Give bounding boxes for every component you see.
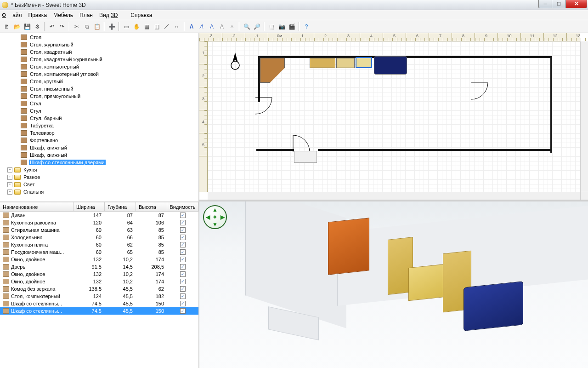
col-height[interactable]: Высота — [136, 202, 167, 211]
table-row[interactable]: Кухонная плита606285✓ — [0, 241, 198, 248]
redo-icon[interactable]: ↷ — [57, 22, 67, 31]
tree-item[interactable]: Шкаф, книжный — [1, 144, 198, 151]
text-size-down-icon[interactable]: A — [227, 22, 237, 31]
tree-item[interactable]: Стол, письменный — [1, 85, 198, 92]
menu-file[interactable]: Файл — [2, 12, 22, 18]
furniture-cabinet[interactable] — [310, 58, 335, 68]
tree-item[interactable]: Телевизор — [1, 129, 198, 137]
save-icon[interactable]: 💾 — [23, 22, 32, 31]
zoom-in-icon[interactable]: 🔍 — [242, 22, 251, 31]
zoom-out-icon[interactable]: 🔎 — [252, 22, 261, 31]
checkbox-icon[interactable]: ✓ — [180, 242, 186, 247]
view-3d-icon[interactable]: ⬚ — [267, 22, 276, 31]
checkbox-icon[interactable]: ✓ — [180, 235, 186, 240]
table-row[interactable]: Шкаф со стеклянны...74,545,5150✓ — [0, 300, 198, 307]
plan-view[interactable]: -3-2-10м12345678910111213 12345 — [199, 33, 588, 201]
checkbox-icon[interactable]: ✓ — [180, 279, 186, 284]
wall-icon[interactable]: ▦ — [142, 22, 151, 31]
paste-icon[interactable]: 📋 — [92, 22, 102, 31]
checkbox-icon[interactable]: ✓ — [180, 271, 186, 277]
tree-item[interactable]: Шкаф, книжный — [1, 151, 198, 159]
tree-item[interactable]: Табуретка — [1, 122, 198, 129]
table-row[interactable]: Диван1478787✓ — [0, 212, 198, 219]
checkbox-icon[interactable]: ✓ — [180, 257, 186, 262]
text-size-up-icon[interactable]: A — [217, 22, 226, 31]
tree-item[interactable]: Стол, квадратный — [1, 48, 198, 56]
col-name[interactable]: Наименование — [0, 202, 74, 211]
table-row[interactable]: Окно, двойное13210,2174✓ — [0, 256, 198, 263]
checkbox-icon[interactable]: ✓ — [180, 293, 186, 299]
tree-item[interactable]: Стол, круглый — [1, 78, 198, 85]
wall-segment[interactable] — [258, 56, 260, 102]
dimension-icon[interactable]: ↔ — [172, 22, 181, 31]
tree-item[interactable]: Стул — [1, 100, 198, 107]
cut-icon[interactable]: ✂ — [72, 22, 81, 31]
text-color-icon[interactable]: A — [207, 22, 216, 31]
table-row[interactable]: Дверь91,514,5208,5✓ — [0, 263, 198, 270]
tree-item[interactable]: Стол, прямоугольный — [1, 92, 198, 100]
close-button[interactable]: ✕ — [566, 0, 587, 8]
tree-item[interactable]: Шкаф со стеклянными дверями — [1, 159, 198, 166]
tree-item[interactable]: Стол, квадратный журнальный — [1, 56, 198, 63]
tree-item[interactable]: Стул — [1, 107, 198, 115]
tree-item[interactable]: Стол, журнальный — [1, 41, 198, 48]
col-width[interactable]: Ширина — [74, 202, 105, 211]
help-icon[interactable]: ? — [302, 22, 311, 31]
door-icon[interactable] — [468, 81, 489, 110]
copy-icon[interactable]: ⧉ — [82, 22, 91, 31]
video-icon[interactable]: 🎬 — [287, 22, 296, 31]
wall-segment[interactable] — [256, 149, 294, 151]
table-row[interactable]: Стол, компьютерный12445,5182✓ — [0, 293, 198, 300]
nav-center-icon[interactable]: ✥ — [213, 215, 217, 219]
furniture-dresser[interactable] — [336, 58, 355, 68]
nav-down-icon[interactable]: ▼ — [212, 221, 218, 228]
tree-folder[interactable]: +Разное — [1, 173, 198, 181]
open-icon[interactable]: 📂 — [12, 22, 22, 31]
table-row[interactable]: Комод без зеркала138,545,562✓ — [0, 285, 198, 293]
nav-control[interactable]: ▲ ◀ ✥ ▶ ▼ — [203, 205, 227, 229]
tree-item[interactable]: Фортепьяно — [1, 137, 198, 144]
furniture-shelf-selected[interactable] — [356, 57, 372, 68]
furniture-table[interactable]: Наименование Ширина Глубина Высота Видим… — [0, 202, 198, 368]
tree-item[interactable]: Стул, барный — [1, 115, 198, 122]
table-row[interactable]: Холодильник606685✓ — [0, 234, 198, 241]
checkbox-icon[interactable]: ✓ — [180, 213, 186, 218]
room-icon[interactable]: ◫ — [152, 22, 161, 31]
tree-folder[interactable]: +Спальня — [1, 188, 198, 196]
maximize-button[interactable]: ☐ — [552, 0, 566, 8]
checkbox-icon[interactable]: ✓ — [180, 286, 186, 292]
checkbox-icon[interactable]: ✓ — [180, 227, 186, 233]
col-depth[interactable]: Глубина — [105, 202, 136, 211]
undo-icon[interactable]: ↶ — [47, 22, 57, 31]
table-row[interactable]: Окно, двойное13210,2174✓ — [0, 278, 198, 285]
tree-item[interactable]: Стол, компьютерный угловой — [1, 70, 198, 78]
col-visible[interactable]: Видимость — [167, 202, 198, 211]
menu-edit[interactable]: Правка — [28, 12, 47, 18]
plan-canvas[interactable] — [208, 41, 580, 192]
table-row[interactable]: Шкаф со стеклянны...74,545,5150✓ — [0, 307, 198, 315]
table-row[interactable]: Посудомоечная маш...606585✓ — [0, 248, 198, 256]
nav-left-icon[interactable]: ◀ — [206, 214, 210, 220]
menu-furniture[interactable]: Мебель — [53, 12, 73, 18]
scrollbar-horizontal[interactable] — [208, 192, 580, 200]
table-row[interactable]: Стиральная машина606385✓ — [0, 226, 198, 234]
menu-plan[interactable]: План — [79, 12, 93, 18]
pan-icon[interactable]: ✋ — [132, 22, 141, 31]
table-row[interactable]: Кухонная раковина12064106✓ — [0, 219, 198, 226]
furniture-sink[interactable] — [294, 151, 317, 163]
photo-icon[interactable]: 📷 — [277, 22, 286, 31]
menu-help[interactable]: Справка — [130, 12, 152, 18]
catalog-tree[interactable]: СтолСтол, журнальныйСтол, квадратныйСтол… — [0, 33, 198, 202]
table-row[interactable]: Окно, двойное13210,2174✓ — [0, 270, 198, 278]
select-icon[interactable]: ▭ — [122, 22, 131, 31]
furniture-sofa[interactable] — [374, 56, 407, 75]
add-furniture-icon[interactable]: ➕ — [107, 22, 116, 31]
scrollbar-vertical[interactable] — [580, 41, 588, 192]
wall-segment[interactable] — [318, 149, 552, 151]
polyline-icon[interactable]: ／ — [162, 22, 171, 31]
minimize-button[interactable]: ─ — [538, 0, 552, 8]
text-italic-icon[interactable]: A — [197, 22, 206, 31]
menu-view3d[interactable]: Вид 3D — [99, 12, 124, 18]
nav-up-icon[interactable]: ▲ — [212, 207, 218, 213]
checkbox-icon[interactable]: ✓ — [180, 220, 186, 225]
